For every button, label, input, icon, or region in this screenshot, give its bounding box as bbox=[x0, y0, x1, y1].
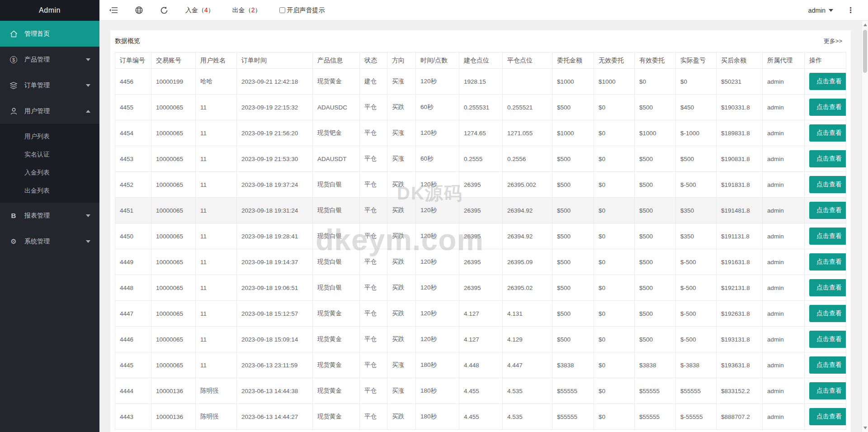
view-button[interactable]: 点击查看 bbox=[809, 124, 846, 142]
cell-close-point: 0.2556 bbox=[503, 146, 552, 172]
withdraw-link[interactable]: 出金（2） bbox=[232, 6, 261, 14]
cell-product: 现货白银 bbox=[313, 172, 360, 198]
cell-agent: admin bbox=[763, 404, 805, 430]
cell-status: 平仓 bbox=[360, 95, 387, 120]
cell-close-point: 26394.92 bbox=[503, 198, 552, 223]
view-button[interactable]: 点击查看 bbox=[809, 408, 846, 425]
cell-product: 现货黄金 bbox=[313, 352, 360, 378]
cell-product: 现货钯金 bbox=[313, 120, 360, 146]
cell-order-time: 2023-09-18 15:09:14 bbox=[237, 327, 313, 352]
chevron-down-icon bbox=[86, 84, 90, 87]
cell-agent: admin bbox=[763, 301, 805, 327]
sidebar-item-system[interactable]: ⚙ 系统管理 bbox=[0, 228, 99, 254]
view-button[interactable]: 点击查看 bbox=[809, 150, 846, 167]
cell-close-point: 26395.002 bbox=[503, 172, 552, 198]
cell-action: 点击查看 bbox=[805, 378, 846, 404]
sound-toggle[interactable]: 开启声音提示 bbox=[279, 6, 325, 14]
column-header: 交易账号 bbox=[151, 52, 196, 69]
refresh-icon[interactable] bbox=[160, 6, 168, 14]
cell-profit: $-500 bbox=[676, 275, 717, 301]
username-text: admin bbox=[808, 7, 826, 14]
cell-account: 10000065 bbox=[151, 327, 196, 352]
cell-username: 11 bbox=[196, 223, 237, 249]
view-button[interactable]: 点击查看 bbox=[809, 253, 846, 271]
cell-duration: 120秒 bbox=[416, 172, 459, 198]
sidebar-item-user-list[interactable]: 用户列表 bbox=[0, 127, 99, 145]
cell-balance: $50231 bbox=[717, 69, 763, 95]
cell-valid: $3838 bbox=[635, 352, 676, 378]
table-row: 445410000065112023-09-19 21:56:20现货钯金平仓买… bbox=[115, 120, 846, 146]
cell-action: 点击查看 bbox=[805, 301, 846, 327]
column-header: 方向 bbox=[387, 52, 416, 69]
cell-duration: 60秒 bbox=[416, 146, 459, 172]
cell-action: 点击查看 bbox=[805, 120, 846, 146]
more-link[interactable]: 更多>> bbox=[824, 37, 842, 45]
cell-order-time: 2023-09-18 15:12:57 bbox=[237, 301, 313, 327]
cell-close-point: 4.129 bbox=[503, 327, 552, 352]
view-button[interactable]: 点击查看 bbox=[809, 331, 846, 348]
cell-agent: admin bbox=[763, 327, 805, 352]
view-button[interactable]: 点击查看 bbox=[809, 228, 846, 245]
view-button[interactable]: 点击查看 bbox=[809, 356, 846, 374]
cell-profit: $-1000 bbox=[676, 120, 717, 146]
deposit-link[interactable]: 入金（4） bbox=[185, 6, 214, 14]
cell-duration: 120秒 bbox=[416, 69, 459, 95]
cell-order-time: 2023-09-18 19:06:51 bbox=[237, 275, 313, 301]
view-button[interactable]: 点击查看 bbox=[809, 279, 846, 296]
sidebar-item-reports[interactable]: B 报表管理 bbox=[0, 203, 99, 228]
view-button[interactable]: 点击查看 bbox=[809, 73, 846, 90]
dollar-circle-icon: $ bbox=[9, 56, 18, 64]
sidebar-item-users[interactable]: 用户管理 bbox=[0, 98, 99, 124]
cell-open-point: 26395 bbox=[459, 172, 503, 198]
cell-amount: $500 bbox=[552, 172, 594, 198]
view-button[interactable]: 点击查看 bbox=[809, 305, 846, 322]
more-menu-icon[interactable]: ⋮ bbox=[847, 5, 854, 15]
chevron-down-icon bbox=[86, 214, 90, 217]
cell-action: 点击查看 bbox=[805, 69, 846, 95]
table-row: 444710000065112023-09-18 15:12:57现货黄金平仓买… bbox=[115, 301, 846, 327]
cell-amount: $500 bbox=[552, 249, 594, 275]
cell-product: 现货黄金 bbox=[313, 301, 360, 327]
sidebar-item-withdraw-list[interactable]: 出金列表 bbox=[0, 181, 99, 199]
app-title: Admin bbox=[0, 0, 99, 21]
cell-invalid: $0 bbox=[594, 223, 635, 249]
view-button[interactable]: 点击查看 bbox=[809, 202, 846, 219]
cell-action: 点击查看 bbox=[805, 146, 846, 172]
cell-close-point: 26395.09 bbox=[503, 249, 552, 275]
sidebar-item-products[interactable]: $ 产品管理 bbox=[0, 47, 99, 72]
sidebar-item-dashboard[interactable]: 管理首页 bbox=[0, 21, 99, 47]
cell-agent: admin bbox=[763, 120, 805, 146]
scroll-down-arrow[interactable] bbox=[863, 427, 867, 429]
user-menu[interactable]: admin bbox=[808, 7, 833, 14]
cell-order-no: 4455 bbox=[115, 95, 151, 120]
sidebar-item-realname-auth[interactable]: 实名认证 bbox=[0, 145, 99, 163]
cell-order-time: 2023-06-13 14:44:27 bbox=[237, 404, 313, 430]
sidebar-item-orders[interactable]: 订单管理 bbox=[0, 72, 99, 98]
cell-action: 点击查看 bbox=[805, 275, 846, 301]
cell-username: 11 bbox=[196, 95, 237, 120]
cell-direction: 买涨 bbox=[387, 352, 416, 378]
view-button[interactable]: 点击查看 bbox=[809, 382, 846, 399]
sound-checkbox[interactable] bbox=[279, 7, 285, 13]
cell-close-point: 4.131 bbox=[503, 301, 552, 327]
chevron-down-icon bbox=[829, 9, 833, 12]
cell-username: 11 bbox=[196, 146, 237, 172]
cell-direction: 买涨 bbox=[387, 378, 416, 404]
cell-balance: $833152.2 bbox=[717, 378, 763, 404]
cell-balance: $189831.8 bbox=[717, 120, 763, 146]
sidebar-item-deposit-list[interactable]: 入金列表 bbox=[0, 163, 99, 181]
layers-icon bbox=[9, 81, 18, 90]
scrollbar-thumb[interactable] bbox=[863, 30, 867, 73]
scroll-up-arrow[interactable] bbox=[863, 24, 867, 26]
cell-valid: $500 bbox=[635, 249, 676, 275]
cell-amount: $500 bbox=[552, 223, 594, 249]
view-button[interactable]: 点击查看 bbox=[809, 99, 846, 116]
view-button[interactable]: 点击查看 bbox=[809, 176, 846, 193]
column-header: 委托金额 bbox=[552, 52, 594, 69]
cell-duration: 180秒 bbox=[416, 378, 459, 404]
cell-account: 10000136 bbox=[151, 378, 196, 404]
cell-order-no: 4450 bbox=[115, 223, 151, 249]
globe-icon[interactable] bbox=[135, 6, 143, 14]
sidebar-item-label: 报表管理 bbox=[24, 212, 50, 220]
menu-fold-icon[interactable] bbox=[109, 7, 118, 14]
